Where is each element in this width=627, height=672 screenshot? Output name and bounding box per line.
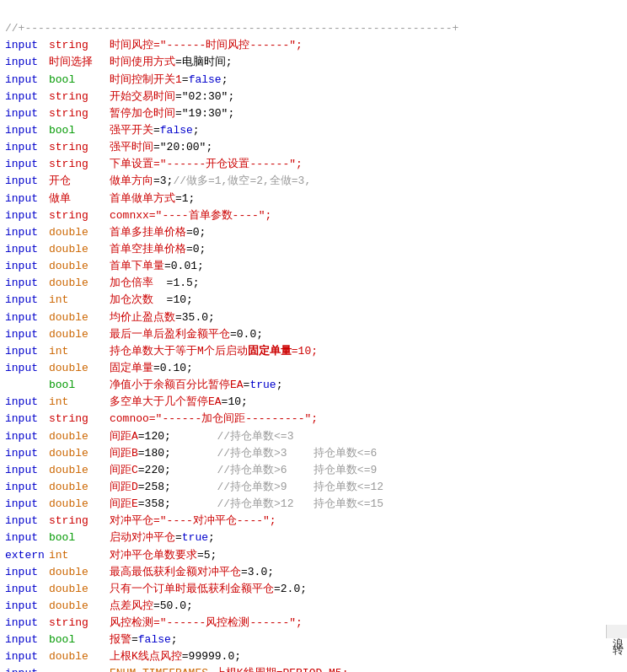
code-line: inputdouble首单多挂单价格=0; — [5, 226, 206, 239]
code-line: inputdouble上根K线点风控=99999.0; — [5, 650, 241, 663]
keyword-31: input — [5, 564, 49, 581]
type-30: int — [49, 547, 110, 564]
code-line: bool净值小于余额百分比暂停EA=true; — [5, 379, 282, 391]
value-37: ENUM_TIMEFRAMES 上根K线周期=PERIOD_M5; — [110, 667, 348, 672]
keyword-19: input — [5, 360, 49, 377]
keyword-6: input — [5, 139, 49, 156]
type-33: double — [49, 598, 110, 615]
type-14: double — [49, 275, 110, 292]
type-0: string — [49, 37, 110, 54]
type-21: int — [49, 394, 110, 411]
value-16: 均价止盈点数=35.0; — [110, 311, 215, 324]
type-10: string — [49, 207, 110, 224]
value-11: 首单多挂单价格=0; — [110, 226, 206, 239]
keyword-28: input — [5, 513, 49, 530]
keyword-13: input — [5, 258, 49, 275]
type-34: string — [49, 615, 110, 632]
keyword-17: input — [5, 326, 49, 343]
code-line: inputstring下单设置="------开仓设置------"; — [5, 158, 303, 170]
code-line: inputint加仓次数 =10; — [5, 293, 193, 306]
value-4: 暂停加仓时间="19:30"; — [110, 107, 234, 120]
value-31: 最高最低获利金额对冲平仓=3.0; — [110, 566, 274, 578]
keyword-37: input — [5, 665, 49, 672]
type-29: bool — [49, 530, 110, 546]
value-0: 时间风控="------时间风控------"; — [110, 39, 303, 51]
code-line: inputstringcomnoo="------加仓间距---------"; — [5, 412, 318, 425]
keyword-11: input — [5, 224, 49, 241]
type-37 — [49, 665, 110, 672]
value-29: 启动对冲平仓=true; — [110, 531, 215, 544]
code-line: input时间选择时间使用方式=电脑时间; — [5, 56, 233, 68]
type-12: double — [49, 241, 110, 258]
keyword-16: input — [5, 309, 49, 326]
value-23: 间距A=120; //持仓单数<=3 — [110, 430, 293, 443]
type-17: double — [49, 326, 110, 343]
keyword-18: input — [5, 343, 49, 360]
value-3: 开始交易时间="02:30"; — [110, 90, 234, 103]
code-line: inputstring时间风控="------时间风控------"; — [5, 39, 303, 51]
value-35: 报警=false; — [110, 633, 178, 646]
code-line: inputdouble间距B=180; //持仓单数>3 持仓单数<=6 — [5, 447, 377, 460]
code-line: inputstring强平时间="20:00"; — [5, 141, 212, 153]
type-5: bool — [49, 122, 110, 139]
value-36: 上根K线点风控=99999.0; — [110, 650, 241, 663]
code-line: inputdouble间距A=120; //持仓单数<=3 — [5, 430, 293, 443]
code-line: externint对冲平仓单数要求=5; — [5, 549, 217, 562]
value-12: 首单空挂单价格=0; — [110, 243, 206, 255]
type-11: double — [49, 224, 110, 241]
keyword-15: input — [5, 292, 49, 309]
keyword-35: input — [5, 632, 49, 648]
type-9: 做单 — [49, 191, 110, 207]
code-line: input开仓做单方向=3;//做多=1,做空=2,全做=3, — [5, 175, 311, 187]
keyword-29: input — [5, 530, 49, 546]
keyword-4: input — [5, 105, 49, 122]
code-line: inputdouble均价止盈点数=35.0; — [5, 311, 215, 324]
top-border: //+-------------------------------------… — [5, 22, 458, 35]
keyword-20 — [5, 377, 49, 394]
code-line: inputstring暂停加仓时间="19:30"; — [5, 107, 234, 120]
type-23: double — [49, 428, 110, 445]
code-line: inputdouble最高最低获利金额对冲平仓=3.0; — [5, 566, 274, 578]
value-20: 净值小于余额百分比暂停EA=true; — [110, 379, 282, 391]
type-18: int — [49, 343, 110, 360]
keyword-32: input — [5, 581, 49, 598]
keyword-5: input — [5, 122, 49, 139]
code-line: inputdouble最后一单后盈利金额平仓=0.0; — [5, 328, 263, 341]
code-line: inputbool启动对冲平仓=true; — [5, 531, 215, 544]
value-24: 间距B=180; //持仓单数>3 持仓单数<=6 — [110, 447, 377, 460]
keyword-23: input — [5, 428, 49, 445]
type-16: double — [49, 309, 110, 326]
code-line: inputint多空单大于几个暂停EA=10; — [5, 395, 248, 408]
keyword-24: input — [5, 445, 49, 462]
value-1: 时间使用方式=电脑时间; — [110, 56, 233, 68]
keyword-14: input — [5, 275, 49, 292]
keyword-22: input — [5, 411, 49, 427]
value-33: 点差风控=50.0; — [110, 599, 193, 612]
code-line: inputdouble首单下单量=0.01; — [5, 260, 204, 272]
code-pre: //+-------------------------------------… — [5, 20, 622, 672]
type-3: string — [49, 89, 110, 105]
value-28: 对冲平仓="----对冲平仓----"; — [110, 514, 276, 527]
keyword-10: input — [5, 207, 49, 224]
code-line: input做单首单做单方式=1; — [5, 192, 195, 205]
value-30: 对冲平仓单数要求=5; — [110, 549, 217, 562]
keyword-26: input — [5, 479, 49, 496]
type-24: double — [49, 445, 110, 462]
code-line: inputstring风控检测="------风控检测------"; — [5, 616, 303, 629]
keyword-12: input — [5, 241, 49, 258]
value-17: 最后一单后盈利金额平仓=0.0; — [110, 328, 263, 341]
type-27: double — [49, 496, 110, 513]
value-19: 固定单量=0.10; — [110, 362, 193, 374]
code-line: inputdouble首单空挂单价格=0; — [5, 243, 206, 255]
keyword-8: input — [5, 173, 49, 190]
keyword-2: input — [5, 72, 49, 89]
code-line: inputbool时间控制开关1=false; — [5, 73, 228, 86]
code-line: inputdouble间距E=358; //持仓单数>12 持仓单数<=15 — [5, 497, 383, 510]
code-line: input ENUM_TIMEFRAMES 上根K线周期=PERIOD_M5; — [5, 667, 348, 672]
code-line: inputdouble间距D=258; //持仓单数>9 持仓单数<=12 — [5, 481, 383, 493]
value-27: 间距E=358; //持仓单数>12 持仓单数<=15 — [110, 497, 383, 510]
type-36: double — [49, 648, 110, 665]
keyword-36: input — [5, 648, 49, 665]
type-1: 时间选择 — [49, 54, 110, 71]
keyword-3: input — [5, 89, 49, 105]
